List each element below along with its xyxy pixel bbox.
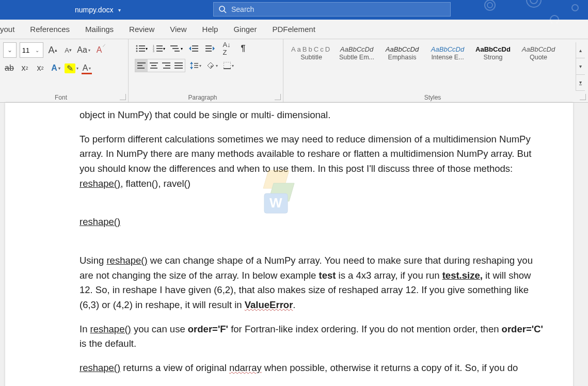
- tab-help[interactable]: Help: [195, 25, 226, 34]
- style-preview: AaBbCcDd: [522, 46, 555, 53]
- svg-rect-38: [165, 65, 170, 66]
- svg-rect-40: [174, 62, 183, 63]
- svg-rect-31: [137, 62, 146, 63]
- svg-rect-36: [150, 68, 157, 69]
- tab-ginger[interactable]: Ginger: [226, 25, 264, 34]
- paragraph[interactable]: object in NumPy) that could be single or…: [80, 108, 545, 123]
- align-left-button[interactable]: [135, 59, 148, 72]
- subscript-button[interactable]: x2: [19, 62, 31, 74]
- svg-rect-35: [151, 65, 156, 66]
- svg-point-2: [485, 0, 495, 10]
- tab-review[interactable]: Review: [121, 25, 162, 34]
- svg-rect-42: [174, 68, 183, 69]
- superscript-button[interactable]: x2: [34, 62, 46, 74]
- tab-layout[interactable]: yout: [0, 25, 22, 34]
- svg-point-3: [487, 3, 492, 8]
- shrink-font-button[interactable]: A▾: [62, 44, 74, 56]
- multilevel-list-button[interactable]: ▾: [170, 43, 183, 54]
- tab-references[interactable]: References: [22, 25, 77, 34]
- svg-rect-37: [162, 62, 170, 63]
- document-page[interactable]: object in NumPy) that could be single or…: [5, 103, 573, 386]
- borders-button[interactable]: ▾: [223, 59, 235, 72]
- align-center-button[interactable]: [148, 59, 160, 72]
- svg-line-1: [224, 11, 226, 13]
- style-preview: AaBbCcDd: [475, 46, 511, 53]
- change-case-button[interactable]: Aa▾: [77, 44, 90, 56]
- svg-point-12: [136, 51, 138, 52]
- style-name: Quote: [517, 54, 560, 61]
- paragraph[interactable]: reshape() returns a view of original nda…: [80, 361, 545, 376]
- numbering-button[interactable]: 123▾: [152, 43, 166, 54]
- style-preview: AaBbCcD: [291, 46, 331, 53]
- svg-marker-30: [213, 46, 215, 51]
- line-spacing-button[interactable]: ▾: [189, 59, 202, 72]
- title-bar: numpy.docx ▾: [0, 0, 588, 20]
- svg-rect-47: [194, 65, 198, 66]
- font-group: ⌄ 11 ⌄ A▴ A▾ Aa▾ A⟋ ab x2 x2 A▾ ✎▾ A▾ Fo…: [0, 39, 129, 102]
- shading-button[interactable]: ▾: [206, 59, 218, 72]
- svg-rect-19: [156, 51, 163, 52]
- paragraph-group: ▾ 123▾ ▾ A↓Z ¶ ▾ ▾ ▾ Paragraph: [129, 39, 283, 102]
- text-effects-button[interactable]: A▾: [50, 62, 62, 74]
- font-color-button[interactable]: A▾: [81, 62, 93, 74]
- svg-rect-17: [156, 48, 163, 49]
- svg-point-8: [136, 45, 138, 47]
- sort-button[interactable]: A↓Z: [220, 42, 233, 55]
- svg-rect-24: [192, 48, 198, 49]
- tab-mailings[interactable]: Mailings: [77, 25, 121, 34]
- chevron-down-icon[interactable]: ▾: [118, 7, 121, 13]
- clear-formatting-button[interactable]: A⟋: [93, 44, 105, 56]
- style-name: Intense E...: [426, 54, 469, 61]
- style-gallery: AaBbCcDSubtitleAaBbCcDdSubtle Em...AaBbC…: [287, 42, 576, 91]
- style-name: Subtle Em...: [336, 54, 378, 61]
- svg-rect-11: [139, 48, 145, 49]
- style-preview: AaBbCcDd: [340, 46, 373, 53]
- group-label-styles: Styles: [283, 94, 582, 101]
- tab-view[interactable]: View: [162, 25, 194, 34]
- bullets-button[interactable]: ▾: [135, 43, 148, 54]
- style-item-intense-e-[interactable]: AaBbCcDdIntense E...: [425, 44, 470, 62]
- paragraph[interactable]: In reshape() you can use order='F' for F…: [80, 322, 545, 351]
- document-title[interactable]: numpy.docx ▾: [75, 6, 121, 14]
- svg-rect-13: [139, 51, 145, 52]
- increase-indent-button[interactable]: [204, 42, 216, 55]
- gallery-scroll-down[interactable]: ▾: [576, 58, 585, 74]
- gallery-expand[interactable]: ▾̲: [576, 75, 585, 91]
- style-name: Subtitle: [290, 54, 332, 61]
- search-box[interactable]: [213, 2, 451, 17]
- styles-dialog-launcher[interactable]: [580, 94, 586, 100]
- svg-rect-48: [194, 67, 198, 68]
- gallery-scroll-up[interactable]: ▴: [576, 42, 585, 58]
- style-name: Emphasis: [381, 54, 423, 61]
- paragraph[interactable]: Using reshape() we can change shape of a…: [80, 253, 545, 313]
- style-item-quote[interactable]: AaBbCcDdQuote: [516, 44, 561, 62]
- tab-pdfelement[interactable]: PDFelement: [264, 25, 323, 34]
- svg-rect-39: [163, 68, 170, 69]
- chevron-down-icon[interactable]: ⌄: [31, 47, 43, 53]
- search-input[interactable]: [231, 5, 450, 13]
- strikethrough-button[interactable]: ab: [3, 62, 15, 74]
- grow-font-button[interactable]: A▴: [46, 44, 59, 56]
- highlight-button[interactable]: ✎▾: [65, 62, 77, 74]
- svg-point-6: [550, 15, 559, 23]
- svg-rect-9: [139, 45, 145, 46]
- align-right-button[interactable]: [160, 59, 172, 72]
- decrease-indent-button[interactable]: [187, 42, 200, 55]
- font-dialog-launcher[interactable]: [120, 94, 126, 100]
- justify-button[interactable]: [172, 59, 185, 72]
- style-item-subtitle[interactable]: AaBbCcDSubtitle: [289, 44, 334, 62]
- style-item-emphasis[interactable]: AaBbCcDdEmphasis: [379, 44, 425, 62]
- font-size-box[interactable]: 11 ⌄: [20, 42, 43, 58]
- svg-rect-34: [150, 62, 158, 63]
- font-size-value: 11: [20, 46, 31, 54]
- heading[interactable]: reshape(): [80, 215, 545, 230]
- font-family-dropdown[interactable]: ⌄: [3, 42, 17, 58]
- style-item-subtle-em-[interactable]: AaBbCcDdSubtle Em...: [334, 44, 379, 62]
- paragraph-dialog-launcher[interactable]: [275, 94, 281, 100]
- svg-rect-25: [192, 51, 198, 52]
- show-paragraph-marks-button[interactable]: ¶: [237, 42, 249, 55]
- styles-group: AaBbCcDSubtitleAaBbCcDdSubtle Em...AaBbC…: [283, 39, 588, 102]
- paragraph[interactable]: To perform different calculations someti…: [80, 132, 545, 191]
- svg-rect-22: [174, 51, 180, 52]
- style-item-strong[interactable]: AaBbCcDdStrong: [470, 44, 516, 62]
